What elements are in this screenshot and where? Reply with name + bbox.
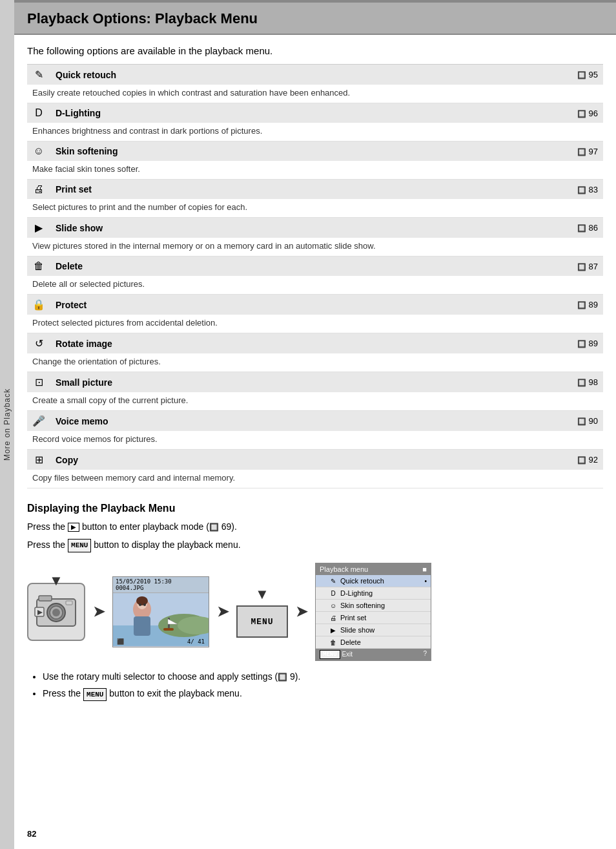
menu-footer-btn: MENU Exit xyxy=(320,650,353,659)
svg-rect-1 xyxy=(39,596,52,601)
menu-item-label: Slide show xyxy=(340,626,375,634)
main-content: Playback Options: Playback Menu The foll… xyxy=(14,0,616,849)
option-icon-print-set: 🖨 xyxy=(27,180,50,200)
option-desc-skin-softening: Make facial skin tones softer. xyxy=(27,161,603,180)
option-icon-protect: 🔒 xyxy=(27,295,50,315)
bullet-item-1: Use the rotary multi selector to choose … xyxy=(43,670,603,684)
option-desc-copy: Copy files between memory card and inter… xyxy=(27,470,603,488)
option-desc-rotate-image: Change the orientation of pictures. xyxy=(27,353,603,372)
option-page-rotate-image: 🔲 89 xyxy=(564,333,603,354)
photo-date: 15/05/2010 15:30 xyxy=(116,578,206,585)
arrow-right-3: ➤ xyxy=(296,603,307,620)
option-header-small-picture: ⊡ Small picture 🔲 98 xyxy=(27,372,603,393)
menu-button-label-1: MENU xyxy=(68,539,91,553)
option-header-quick-retouch: ✎ Quick retouch 🔲 95 xyxy=(27,65,603,85)
photo-display: 15/05/2010 15:30 0004.JPG xyxy=(112,576,209,647)
bullet-item-2: Press the MENU button to exit the playba… xyxy=(43,687,603,701)
option-icon-copy: ⊞ xyxy=(27,450,50,470)
menu-item-icon: 🖨 xyxy=(329,614,338,622)
option-desc-print-set: Select pictures to print and the number … xyxy=(27,199,603,218)
option-name-delete: Delete xyxy=(50,257,564,277)
photo-header: 15/05/2010 15:30 0004.JPG xyxy=(113,577,209,593)
option-header-slide-show: ▶ Slide show 🔲 86 xyxy=(27,218,603,238)
option-icon-small-picture: ⊡ xyxy=(27,372,50,393)
menu-item-print-set: 🖨 Print set xyxy=(316,612,431,624)
menu-screenshot-indicator: ■ xyxy=(422,565,427,573)
photo-filename: 0004.JPG xyxy=(116,585,206,591)
option-icon-rotate-image: ↺ xyxy=(27,333,50,354)
option-page-small-picture: 🔲 98 xyxy=(564,372,603,393)
option-page-voice-memo: 🔲 90 xyxy=(564,411,603,432)
option-name-d-lighting: D-Lighting xyxy=(50,103,564,123)
menu-item-label: Quick retouch xyxy=(340,577,384,585)
option-name-small-picture: Small picture xyxy=(50,372,564,393)
option-page-protect: 🔲 89 xyxy=(564,295,603,315)
option-desc-voice-memo: Record voice memos for pictures. xyxy=(27,431,603,450)
svg-rect-18 xyxy=(134,616,150,636)
down-arrow-2: ▼ xyxy=(255,586,269,603)
option-name-skin-softening: Skin softening xyxy=(50,142,564,162)
bullet-list: Use the rotary multi selector to choose … xyxy=(27,670,603,701)
option-desc-text-quick-retouch: Easily create retouched copies in which … xyxy=(27,85,603,103)
menu-screenshot-title: Playback menu xyxy=(320,565,368,573)
option-header-voice-memo: 🎤 Voice memo 🔲 90 xyxy=(27,411,603,432)
menu-footer-mono-btn: MENU xyxy=(320,650,340,659)
menu-item-icon: 🗑 xyxy=(329,639,338,646)
option-header-d-lighting: D D-Lighting 🔲 96 xyxy=(27,103,603,123)
arrow-right-2: ➤ xyxy=(217,603,229,620)
menu-button-container: ▼ MENU xyxy=(236,586,288,638)
option-desc-text-protect: Protect selected pictures from accidenta… xyxy=(27,315,603,333)
option-page-slide-show: 🔲 86 xyxy=(564,218,603,238)
option-name-copy: Copy xyxy=(50,450,564,470)
svg-point-20 xyxy=(143,603,146,606)
option-desc-text-copy: Copy files between memory card and inter… xyxy=(27,470,603,488)
option-page-print-set: 🔲 83 xyxy=(564,180,603,200)
menu-item-quick-retouch: ✎ Quick retouch • xyxy=(316,575,431,587)
option-desc-text-delete: Delete all or selected pictures. xyxy=(27,276,603,295)
option-name-quick-retouch: Quick retouch xyxy=(50,65,564,85)
photo-battery: ⬛ xyxy=(117,638,124,645)
option-header-protect: 🔒 Protect 🔲 89 xyxy=(27,295,603,315)
option-header-rotate-image: ↺ Rotate image 🔲 89 xyxy=(27,333,603,354)
option-desc-quick-retouch: Easily create retouched copies in which … xyxy=(27,85,603,103)
ref-number-1: 69 xyxy=(221,521,232,532)
option-icon-skin-softening: ☺ xyxy=(27,142,50,162)
camera-illustration: ▼ xyxy=(27,583,85,641)
play-button-icon: ▶ xyxy=(68,523,79,532)
menu-footer-help: ? xyxy=(423,650,427,659)
option-name-protect: Protect xyxy=(50,295,564,315)
svg-point-17 xyxy=(136,596,148,605)
option-page-skin-softening: 🔲 97 xyxy=(564,142,603,162)
option-desc-text-skin-softening: Make facial skin tones softer. xyxy=(27,161,603,180)
menu-screenshot-header: Playback menu ■ xyxy=(316,563,431,575)
option-icon-slide-show: ▶ xyxy=(27,218,50,238)
menu-item-label: Delete xyxy=(340,638,361,646)
option-name-rotate-image: Rotate image xyxy=(50,333,564,354)
menu-item-icon: ☺ xyxy=(329,602,338,609)
photo-counter: 4/ 41 xyxy=(187,638,205,645)
menu-footer-exit: Exit xyxy=(342,651,353,658)
menu-item-delete: 🗑 Delete xyxy=(316,636,431,649)
option-icon-voice-memo: 🎤 xyxy=(27,411,50,432)
option-page-delete: 🔲 87 xyxy=(564,257,603,277)
side-tab: More on Playback xyxy=(0,0,14,849)
menu-item-d-lighting: D D-Lighting xyxy=(316,587,431,600)
option-icon-d-lighting: D xyxy=(27,103,50,123)
svg-rect-5 xyxy=(66,601,72,605)
menu-item-icon: ✎ xyxy=(329,578,338,585)
camera-svg xyxy=(34,589,79,634)
option-desc-slide-show: View pictures stored in the internal mem… xyxy=(27,238,603,257)
press-text-2: Press the MENU button to display the pla… xyxy=(27,538,603,552)
menu-button-label-2: MENU xyxy=(83,688,107,702)
svg-point-4 xyxy=(52,609,60,616)
menu-item-icon: D xyxy=(329,590,338,597)
option-desc-text-voice-memo: Record voice memos for pictures. xyxy=(27,431,603,450)
page-number: 82 xyxy=(27,829,36,839)
svg-point-19 xyxy=(139,603,141,606)
side-tab-label: More on Playback xyxy=(3,388,12,461)
content-area: The following options are available in t… xyxy=(14,35,616,717)
option-header-print-set: 🖨 Print set 🔲 83 xyxy=(27,180,603,200)
option-desc-small-picture: Create a small copy of the current pictu… xyxy=(27,392,603,411)
menu-item-label: Skin softening xyxy=(340,602,385,609)
option-icon-delete: 🗑 xyxy=(27,257,50,277)
